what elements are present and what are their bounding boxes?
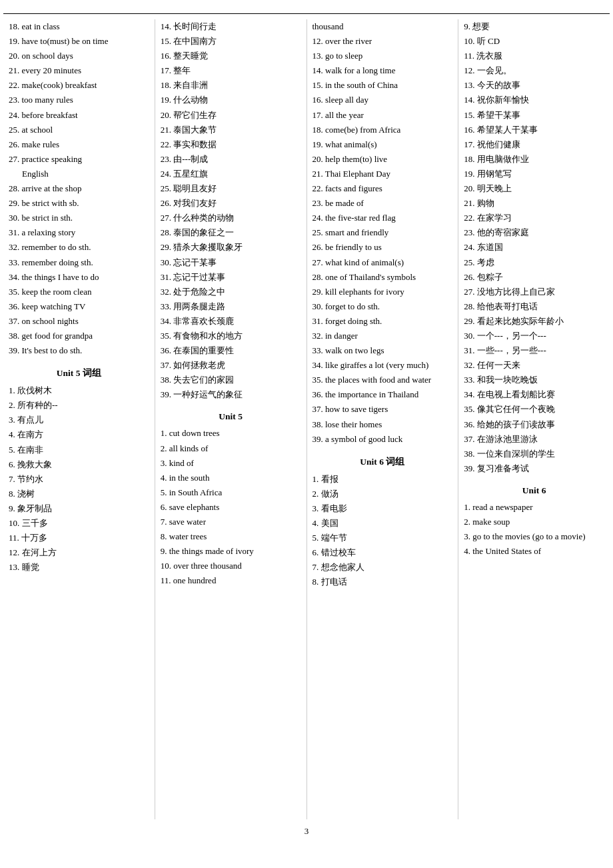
list-item: 4. in the south — [161, 471, 301, 485]
list-item: 29. 猎杀大象攫取象牙 — [161, 240, 301, 255]
list-item: 16. 希望某人干某事 — [464, 123, 604, 137]
list-item: 18. come(be) from Africa — [312, 123, 453, 137]
list-item: 17. 祝他们健康 — [464, 137, 604, 152]
list-item: 1. 欣伐树木 — [9, 383, 149, 398]
list-item: 37. 在游泳池里游泳 — [464, 432, 604, 447]
list-item: 10. over three thousand — [161, 559, 301, 573]
list-item: 38. 一位来自深圳的学生 — [464, 447, 604, 461]
list-item: 21. Thai Elephant Day — [312, 167, 453, 181]
list-item: 16. 整天睡觉 — [161, 49, 301, 63]
list-item: 10. 听 CD — [464, 34, 604, 49]
list-item: 14. 祝你新年愉快 — [464, 93, 604, 107]
list-item: 25. at school — [9, 123, 149, 137]
list-item: 36. keep watching TV — [9, 299, 149, 314]
list-item: 7. save water — [161, 515, 301, 529]
list-item: 34. like giraffes a lot (very much) — [312, 358, 453, 373]
list-item: 23. 由---制成 — [161, 152, 301, 167]
list-item: 18. eat in class — [9, 19, 149, 34]
list-item: 21. 购物 — [464, 196, 604, 211]
list-item: 13. 今天的故事 — [464, 78, 604, 93]
list-item: 16. sleep all day — [312, 93, 453, 107]
list-item: 35. keep the room clean — [9, 285, 149, 299]
column-2: 14. 长时间行走15. 在中国南方16. 整天睡觉17. 整年18. 来自非洲… — [155, 19, 307, 819]
list-item: 34. 非常喜欢长颈鹿 — [161, 314, 301, 329]
list-item: 15. 在中国南方 — [161, 34, 301, 49]
list-item: 11. one hundred — [161, 573, 301, 588]
list-item: 23. be made of — [312, 196, 453, 211]
list-item: 9. 象牙制品 — [9, 501, 149, 516]
list-item: 22. make(cook) breakfast — [9, 78, 149, 93]
list-item: 5. 在南非 — [9, 443, 149, 457]
list-item: 17. 整年 — [161, 63, 301, 78]
list-item: 33. remember doing sth. — [9, 255, 149, 270]
list-item: 27. 没地方比得上自己家 — [464, 285, 604, 299]
list-item: 27. practice speaking — [9, 152, 149, 167]
list-item: 17. all the year — [312, 108, 453, 123]
list-item: 2. 所有种的-- — [9, 398, 149, 413]
column-3: thousand12. over the river13. go to slee… — [307, 19, 459, 819]
list-item: 34. 在电视上看划船比赛 — [464, 387, 604, 402]
list-item: 11. 洗衣服 — [464, 49, 604, 63]
list-item: 14. 长时间行走 — [161, 19, 301, 34]
list-item: 2. 做汤 — [312, 487, 453, 501]
list-item: 5. 端午节 — [312, 531, 453, 545]
list-item: 35. the places with food and water — [312, 373, 453, 387]
list-item: 6. save elephants — [161, 500, 301, 515]
top-border — [3, 13, 610, 14]
list-item: 26. 包粽子 — [464, 270, 604, 285]
list-item: 24. before breakfast — [9, 108, 149, 123]
list-item: 4. the United States of — [464, 544, 604, 559]
list-item: 23. too many rules — [9, 93, 149, 107]
list-item: 12. 在河上方 — [9, 545, 149, 560]
list-item: English — [9, 167, 149, 181]
list-item: 30. 忘记干某事 — [161, 255, 301, 270]
list-item: 26. be friendly to us — [312, 240, 453, 255]
list-item: 4. 在南方 — [9, 427, 149, 442]
list-item: 34. the things I have to do — [9, 270, 149, 285]
list-item: 18. 来自非洲 — [161, 78, 301, 93]
list-item: 31. a relaxing story — [9, 225, 149, 240]
list-item: 7. 节约水 — [9, 472, 149, 487]
list-item: 8. water trees — [161, 529, 301, 544]
list-item: 8. 打电话 — [312, 575, 453, 589]
list-item: 35. 有食物和水的地方 — [161, 329, 301, 343]
list-item: 6. 挽救大象 — [9, 457, 149, 472]
list-item: 29. be strict with sb. — [9, 196, 149, 211]
list-item: 24. the five-star red flag — [312, 211, 453, 225]
list-item: 21. every 20 minutes — [9, 63, 149, 78]
column-1: 18. eat in class19. have to(must) be on … — [3, 19, 155, 819]
list-item: 31. 一些---，另一些--- — [464, 343, 604, 358]
list-item: 33. 用两条腿走路 — [161, 299, 301, 314]
list-item: 18. 用电脑做作业 — [464, 152, 604, 167]
list-item: 32. in danger — [312, 329, 453, 343]
list-item: 20. 明天晚上 — [464, 181, 604, 196]
list-item: 27. what kind of animal(s) — [312, 255, 453, 270]
list-item: 9. 想要 — [464, 19, 604, 34]
list-item: 5. in South Africa — [161, 485, 301, 500]
list-item: 26. 对我们友好 — [161, 196, 301, 211]
list-item: 6. 错过校车 — [312, 545, 453, 560]
list-item: 13. go to sleep — [312, 49, 453, 63]
column-4: 9. 想要10. 听 CD11. 洗衣服12. 一会见。13. 今天的故事14.… — [458, 19, 610, 819]
list-item: 19. what animal(s) — [312, 137, 453, 152]
list-item: 25. 聪明且友好 — [161, 181, 301, 196]
list-item: 39. It's best to do sth. — [9, 343, 149, 358]
columns: 18. eat in class19. have to(must) be on … — [3, 19, 610, 819]
list-item: 10. 三千多 — [9, 516, 149, 531]
list-item: 37. on school nights — [9, 314, 149, 329]
list-item: 38. get food for grandpa — [9, 329, 149, 343]
list-item: 12. over the river — [312, 34, 453, 49]
list-item: 22. 事实和数据 — [161, 137, 301, 152]
list-item: 26. make rules — [9, 137, 149, 152]
list-item: 19. have to(must) be on time — [9, 34, 149, 49]
list-item: 39. 一种好运气的象征 — [161, 387, 301, 402]
list-item: 29. kill elephants for ivory — [312, 285, 453, 299]
section-title: Unit 6 — [464, 485, 604, 496]
list-item: 9. the things made of ivory — [161, 544, 301, 559]
list-item: 24. 五星红旗 — [161, 167, 301, 181]
list-item: thousand — [312, 19, 453, 34]
list-item: 7. 想念他家人 — [312, 560, 453, 575]
list-item: 36. 在泰国的重要性 — [161, 343, 301, 358]
list-item: 8. 浇树 — [9, 487, 149, 501]
section-title: Unit 6 词组 — [312, 456, 453, 468]
